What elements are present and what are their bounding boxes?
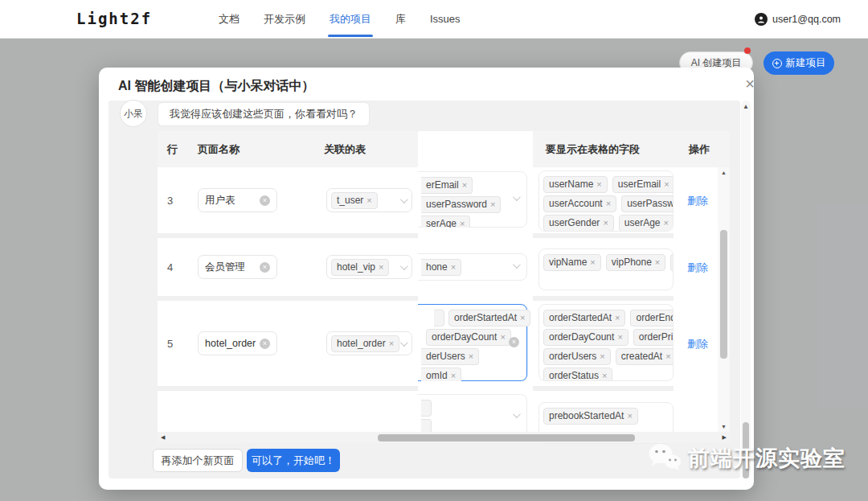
field-tag: orderUsers× [543,348,611,365]
tag-label: serAge [426,218,457,228]
tag-label: orderStartedAt [549,312,612,323]
tag-remove-icon[interactable]: × [366,195,371,205]
nav-item[interactable]: 库 [395,0,406,39]
table-fields-select[interactable]: vipName×vipPhone×cr [533,248,674,290]
tag-label: hone [426,261,448,273]
tag-label: userGender [549,217,600,228]
tag-remove-icon[interactable]: × [600,351,604,361]
field-tag: userAge× [619,215,674,232]
new-project-button[interactable]: 新建项目 [764,51,834,75]
app-logo[interactable]: Light2f [76,10,152,27]
tag-remove-icon[interactable]: × [615,313,620,322]
add-page-button[interactable]: 再添加个新页面 [153,449,243,472]
page-name-input[interactable]: 会员管理× [198,255,277,279]
tag-label: userEmail [618,179,661,190]
page-name-input[interactable]: 用户表× [198,188,277,212]
nav-item[interactable]: Issues [430,0,461,39]
nav-item[interactable]: 我的项目 [330,0,371,39]
tag-label: orderDayCount [432,331,497,343]
tag-remove-icon[interactable]: × [520,313,525,322]
user-account[interactable]: user1@qq.com [755,0,841,39]
tag-remove-icon[interactable]: × [617,332,622,342]
table-fields-select[interactable]: orderStartedAt×orderEndeorderDayCount×or… [533,304,674,381]
tag-remove-icon[interactable]: × [469,351,473,361]
clear-icon[interactable]: × [260,339,270,349]
nav-item[interactable]: 文档 [219,0,240,39]
tag-remove-icon[interactable]: × [664,218,669,228]
tag-remove-icon[interactable]: × [664,179,669,189]
field-tag: createdAt× [616,348,674,365]
nav-item[interactable]: 开发示例 [264,0,305,39]
related-table-select[interactable]: hotel_order× [326,331,412,355]
tag-remove-icon[interactable]: × [627,411,632,421]
tag-remove-icon[interactable]: × [379,262,383,272]
field-tag: serAge× [421,216,470,228]
notification-dot [744,47,751,54]
tag-remove-icon[interactable]: × [490,199,495,209]
table-fields-select[interactable]: userName×userEmail×userAccount×userPassw… [533,170,674,232]
tag-label: userPassword [627,198,674,209]
page-name-input[interactable]: hotel_order× [198,331,277,355]
tag-remove-icon[interactable]: × [606,199,611,208]
tag-remove-icon[interactable]: × [460,219,465,228]
tag-remove-icon[interactable]: × [603,218,608,228]
related-table-select[interactable]: t_user× [326,188,412,212]
modal-scrollbar[interactable]: ▲ [741,101,751,478]
clear-icon[interactable]: × [509,337,519,347]
field-tag: userEmail× [612,176,674,193]
tag-label: orderStatus [549,370,599,381]
tag-remove-icon[interactable]: × [451,371,456,380]
field-tag: t_user× [331,192,378,209]
field-tag: userPassword× [421,196,501,213]
tag-remove-icon[interactable]: × [462,180,467,190]
row-number: 4 [167,261,173,273]
field-tag: orderStartedAt× [448,310,530,326]
tag-remove-icon[interactable]: × [500,332,505,342]
tag-label: hotel_order [337,338,386,349]
table-horizontal-scrollbar[interactable]: ◀ ▶ [158,432,730,443]
confirm-start-button[interactable]: 可以了，开始吧！ [247,449,340,472]
tag-remove-icon[interactable]: × [655,257,660,267]
tag-remove-icon[interactable]: × [451,262,456,272]
related-table-select[interactable]: hotel_vip× [326,255,412,279]
delete-row-link[interactable]: 删除 [687,194,708,208]
user-avatar-icon [755,13,768,26]
clear-icon[interactable]: × [260,262,270,273]
clear-icon[interactable]: × [260,195,270,206]
modal-scroll-up-icon[interactable]: ▲ [743,103,749,110]
tag-remove-icon[interactable]: × [590,257,595,267]
form-fields-select-clipped[interactable]: hone× [418,253,533,281]
row-number: 3 [167,195,173,207]
tag-remove-icon[interactable]: × [389,339,394,348]
chevron-down-icon [400,195,408,203]
scroll-up-icon[interactable]: ▲ [721,170,727,175]
form-fields-select-clipped[interactable]: erEmail×userPassword×serAge× [418,171,533,228]
table-vertical-scrollbar[interactable]: ▲ ▼ [718,167,730,432]
tag-label: omId [426,370,448,381]
tag-label: orderDayCount [549,331,614,343]
scroll-left-icon[interactable]: ◀ [161,434,165,441]
tag-remove-icon[interactable]: × [596,179,601,189]
watermark-text: 前端开源实验室 [688,444,845,473]
tag-remove-icon[interactable]: × [665,351,670,361]
delete-row-link[interactable]: 删除 [687,261,708,275]
h-scroll-thumb[interactable] [378,434,635,441]
wechat-icon [648,442,682,474]
close-icon[interactable]: × [740,74,754,93]
tag-label: userAccount [549,198,603,209]
chevron-down-icon [400,262,408,270]
delete-row-link[interactable]: 删除 [687,337,708,351]
form-fields-select-clipped[interactable]: orderStartedAt×orderDayCount×derUsers×om… [418,304,533,381]
field-tag: orderStartedAt× [543,310,625,326]
field-tag: cr [670,254,674,271]
field-tag: orderPrice [633,329,674,346]
assistant-message: 我觉得应该创建这些页面，你看看对吗？ [158,102,370,126]
assistant-avatar: 小呆 [120,100,147,127]
field-tag: userName× [543,176,608,193]
tag-label: t_user [337,195,363,206]
scroll-down-icon[interactable]: ▼ [721,424,727,429]
field-tag: derUsers× [421,348,479,365]
v-scroll-thumb[interactable] [720,230,727,359]
scroll-right-icon[interactable]: ▶ [723,434,727,441]
tag-remove-icon[interactable]: × [602,371,607,380]
